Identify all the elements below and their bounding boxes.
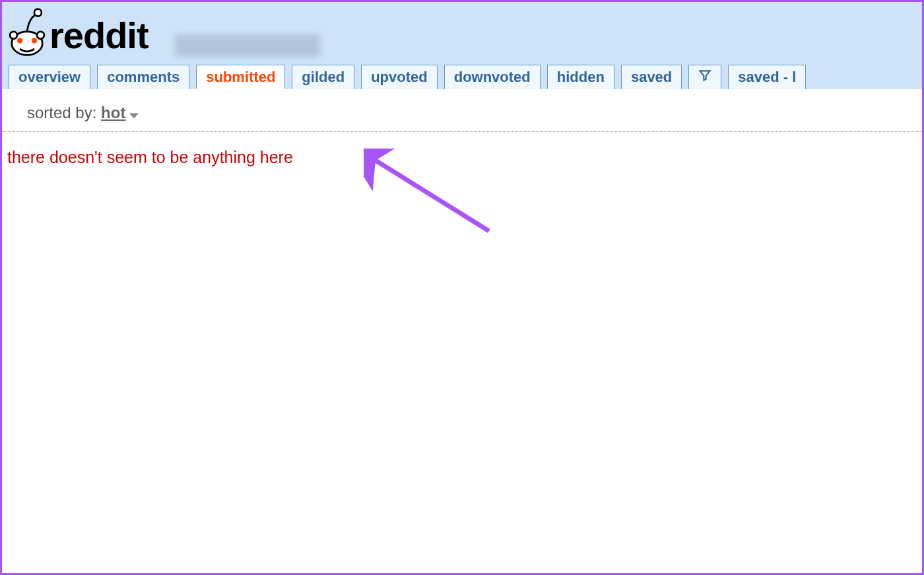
tab-comments[interactable]: comments [97, 65, 189, 89]
tab-label: downvoted [454, 69, 531, 86]
sort-prefix: sorted by: [27, 104, 101, 121]
tab-saved-links[interactable]: saved - l [728, 65, 806, 89]
reddit-logo-link[interactable]: reddit [9, 7, 148, 64]
logo-row: reddit [2, 2, 922, 65]
tab-upvoted[interactable]: upvoted [361, 65, 438, 89]
content-area: sorted by: hot there doesn't seem to be … [2, 89, 922, 167]
svg-point-2 [32, 38, 37, 43]
tab-label: submitted [206, 69, 275, 86]
tab-filter[interactable] [688, 65, 721, 89]
svg-point-4 [37, 31, 44, 38]
profile-tabs: overview comments submitted gilded upvot… [2, 65, 922, 89]
sort-dropdown[interactable]: hot [101, 104, 125, 121]
page-header: reddit overview comments submitted gilde… [2, 2, 922, 89]
sort-bar: sorted by: hot [2, 89, 922, 132]
tab-label: hidden [557, 69, 605, 86]
svg-marker-6 [129, 113, 139, 118]
empty-state-message: there doesn't seem to be anything here [2, 132, 922, 167]
filter-icon [698, 68, 711, 86]
reddit-logo-text: reddit [50, 14, 148, 57]
tab-downvoted[interactable]: downvoted [444, 65, 541, 89]
tab-label: overview [18, 69, 81, 86]
svg-point-3 [10, 31, 17, 38]
tab-label: gilded [302, 69, 345, 86]
tab-hidden[interactable]: hidden [547, 65, 614, 89]
tab-submitted[interactable]: submitted [196, 65, 285, 89]
reddit-alien-icon [9, 7, 46, 64]
tab-label: upvoted [371, 69, 428, 86]
caret-down-icon [128, 105, 140, 123]
sort-current-value: hot [101, 104, 125, 121]
tab-label: saved [631, 69, 672, 86]
svg-line-7 [376, 160, 489, 231]
tab-overview[interactable]: overview [9, 65, 90, 89]
svg-point-1 [17, 38, 22, 43]
tab-label: saved - l [738, 69, 796, 86]
tab-saved[interactable]: saved [621, 65, 682, 89]
tab-label: comments [107, 69, 180, 86]
svg-point-5 [34, 9, 42, 16]
username-redacted [175, 34, 320, 57]
tab-gilded[interactable]: gilded [292, 65, 354, 89]
